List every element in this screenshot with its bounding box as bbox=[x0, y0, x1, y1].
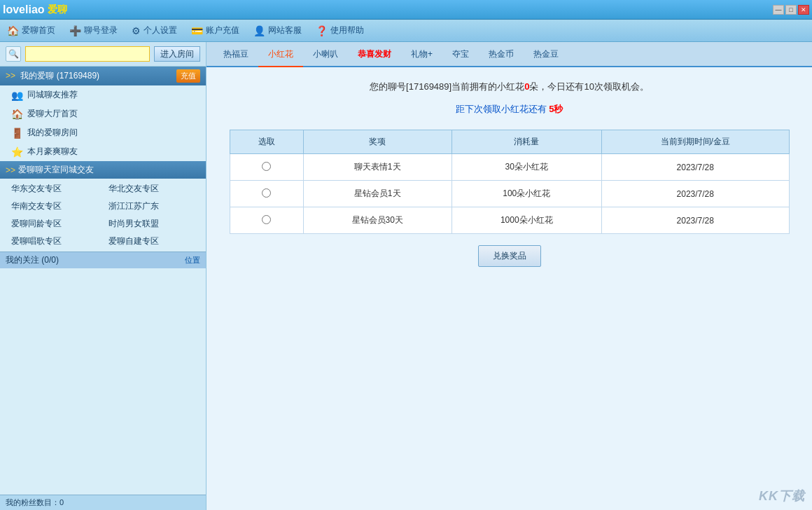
col-select: 选取 bbox=[230, 130, 303, 154]
my-aichat-title: >> 我的爱聊 (17169489) bbox=[6, 70, 99, 82]
row3-select bbox=[230, 207, 303, 234]
tab-gold-bean[interactable]: 热金豆 bbox=[524, 43, 568, 67]
row2-select bbox=[230, 181, 303, 207]
menu-room-label: 我的爱聊房间 bbox=[27, 127, 78, 139]
menu-my-room[interactable]: 🚪 我的爱聊房间 bbox=[0, 123, 206, 142]
help-icon: ❓ bbox=[316, 25, 328, 36]
menu-top-friends[interactable]: ⭐ 本月豪爽聊友 bbox=[0, 142, 206, 161]
search-input[interactable] bbox=[25, 46, 150, 62]
region-east[interactable]: 华东交友专区 bbox=[6, 180, 103, 198]
region-zhejiang[interactable]: 浙江江苏广东 bbox=[103, 198, 200, 215]
home-icon: 🏠 bbox=[7, 25, 19, 36]
row2-cost: 100朵小红花 bbox=[451, 181, 601, 207]
regions-grid: 华东交友专区 华北交友专区 华南交友专区 浙江江苏广东 爱聊同龄专区 时尚男女联… bbox=[0, 179, 206, 251]
maximize-button[interactable]: □ bbox=[785, 5, 797, 15]
row3-name: 星钻会员30天 bbox=[303, 207, 451, 234]
row1-cost: 30朵小红花 bbox=[451, 154, 601, 181]
friends-icon: 👥 bbox=[11, 90, 23, 101]
watermark: KK下载 bbox=[759, 488, 805, 504]
nav-settings[interactable]: ⚙ 个人设置 bbox=[132, 25, 177, 36]
col-expire: 当前到期时间/金豆 bbox=[601, 130, 789, 154]
menu-recommend-label: 同城聊友推荐 bbox=[27, 89, 78, 101]
tab-gold-coin[interactable]: 热金币 bbox=[479, 43, 524, 67]
exchange-btn-wrap: 兑换奖品 bbox=[220, 245, 798, 267]
enter-room-button[interactable]: 进入房间 bbox=[154, 46, 200, 62]
logo: loveliao 爱聊 bbox=[3, 4, 67, 16]
region-fashion[interactable]: 时尚男女联盟 bbox=[103, 215, 200, 233]
region-peers[interactable]: 爱聊同龄专区 bbox=[6, 215, 103, 233]
menu-recommend-friends[interactable]: 👥 同城聊友推荐 bbox=[0, 85, 206, 104]
exchange-button[interactable]: 兑换奖品 bbox=[478, 245, 541, 267]
row3-cost: 1000朵小红花 bbox=[451, 207, 601, 234]
row1-radio[interactable] bbox=[262, 162, 271, 171]
tab-bar: 热福豆 小红花 小喇叭 恭喜发财 礼物+ 夺宝 热金币 热金豆 bbox=[206, 42, 812, 67]
sidebar: 🔍 进入房间 >> 我的爱聊 (17169489) 充值 👥 同城聊友推荐 🏠 … bbox=[0, 42, 206, 510]
nav-help[interactable]: ❓ 使用帮助 bbox=[316, 25, 364, 36]
menu-hall-home[interactable]: 🏠 爱聊大厅首页 bbox=[0, 104, 206, 123]
logo-brand: 爱聊 bbox=[48, 4, 67, 16]
nav-home-label: 爱聊首页 bbox=[22, 25, 55, 36]
table-row: 星钻会员30天 1000朵小红花 2023/7/28 bbox=[230, 207, 789, 234]
logo-text: loveliao bbox=[3, 4, 45, 16]
content-body: 您的聊号[17169489]当前拥有的小红花0朵，今日还有10次领取机会。 距下… bbox=[206, 67, 812, 510]
nav-login[interactable]: ➕ 聊号登录 bbox=[69, 25, 118, 36]
position-button[interactable]: 位置 bbox=[185, 255, 200, 266]
col-cost: 消耗量 bbox=[451, 130, 601, 154]
region-singing[interactable]: 爱聊唱歌专区 bbox=[6, 233, 103, 250]
reward-table: 选取 奖项 消耗量 当前到期时间/金豆 聊天表情1天 30朵小红花 2023/7… bbox=[230, 130, 790, 234]
tab-snatch[interactable]: 夺宝 bbox=[442, 43, 479, 67]
close-button[interactable]: ✕ bbox=[798, 5, 809, 15]
minimize-button[interactable]: — bbox=[773, 5, 784, 15]
recharge-icon: 💳 bbox=[191, 25, 203, 36]
region-custom[interactable]: 爱聊自建专区 bbox=[103, 233, 200, 250]
region-section-header: >> 爱聊聊天室同城交友 bbox=[0, 161, 206, 179]
row2-name: 星钻会员1天 bbox=[303, 181, 451, 207]
nav-recharge-label: 账户充值 bbox=[206, 25, 239, 36]
menu-top-label: 本月豪爽聊友 bbox=[27, 146, 78, 158]
tab-fortune[interactable]: 恭喜发财 bbox=[348, 43, 401, 67]
tab-fufu[interactable]: 热福豆 bbox=[214, 43, 258, 67]
my-focus-label: 我的关注 (0/0) bbox=[6, 254, 59, 266]
tab-gift[interactable]: 礼物+ bbox=[401, 43, 442, 67]
tab-xiaohonghua[interactable]: 小红花 bbox=[258, 43, 303, 67]
settings-icon: ⚙ bbox=[132, 25, 141, 36]
hall-icon: 🏠 bbox=[11, 109, 23, 120]
row3-radio[interactable] bbox=[262, 215, 271, 224]
nav-settings-label: 个人设置 bbox=[144, 25, 177, 36]
countdown-seconds: 5秒 bbox=[549, 104, 563, 114]
nav-home[interactable]: 🏠 爱聊首页 bbox=[7, 25, 55, 36]
region-south[interactable]: 华南交友专区 bbox=[6, 198, 103, 215]
row1-select bbox=[230, 154, 303, 181]
table-row: 聊天表情1天 30朵小红花 2023/7/28 bbox=[230, 154, 789, 181]
tab-trumpet[interactable]: 小喇叭 bbox=[303, 43, 348, 67]
my-focus-bar: 我的关注 (0/0) 位置 bbox=[0, 251, 206, 268]
row3-expire: 2023/7/28 bbox=[601, 207, 789, 234]
nav-support-label: 网站客服 bbox=[268, 25, 302, 36]
search-bar: 🔍 进入房间 bbox=[0, 42, 206, 67]
nav-recharge[interactable]: 💳 账户充值 bbox=[191, 25, 239, 36]
region-north[interactable]: 华北交友专区 bbox=[103, 180, 200, 198]
my-aichat-label: 我的爱聊 bbox=[20, 71, 54, 81]
row2-expire: 2023/7/28 bbox=[601, 181, 789, 207]
nav-support[interactable]: 👤 网站客服 bbox=[253, 25, 302, 36]
title-bar: loveliao 爱聊 — □ ✕ bbox=[0, 0, 812, 20]
recharge-button[interactable]: 充值 bbox=[176, 69, 200, 83]
nav-login-label: 聊号登录 bbox=[84, 25, 118, 36]
star-icon: ⭐ bbox=[11, 146, 23, 158]
arrows-icon: >> bbox=[6, 71, 15, 81]
info-msg-1: 您的聊号[17169489]当前拥有的小红花 bbox=[370, 81, 524, 92]
fans-bar: 我的粉丝数目：0 bbox=[0, 495, 206, 510]
content-area: 热福豆 小红花 小喇叭 恭喜发财 礼物+ 夺宝 热金币 热金豆 您的聊号[171… bbox=[206, 42, 812, 510]
support-icon: 👤 bbox=[253, 25, 265, 36]
search-icon: 🔍 bbox=[6, 46, 21, 62]
arrows-icon2: >> bbox=[6, 165, 15, 175]
countdown-message: 距下次领取小红花还有 5秒 bbox=[220, 103, 798, 116]
row2-radio[interactable] bbox=[262, 188, 271, 198]
col-prize: 奖项 bbox=[303, 130, 451, 154]
countdown-text: 距下次领取小红花还有 bbox=[456, 104, 547, 114]
fans-count-label: 我的粉丝数目：0 bbox=[6, 498, 64, 506]
window-controls: — □ ✕ bbox=[773, 5, 809, 15]
nav-help-label: 使用帮助 bbox=[330, 25, 364, 36]
info-msg-rest: 朵，今日还有10次领取机会。 bbox=[529, 81, 648, 92]
my-aichat-userid: (17169489) bbox=[57, 71, 99, 81]
